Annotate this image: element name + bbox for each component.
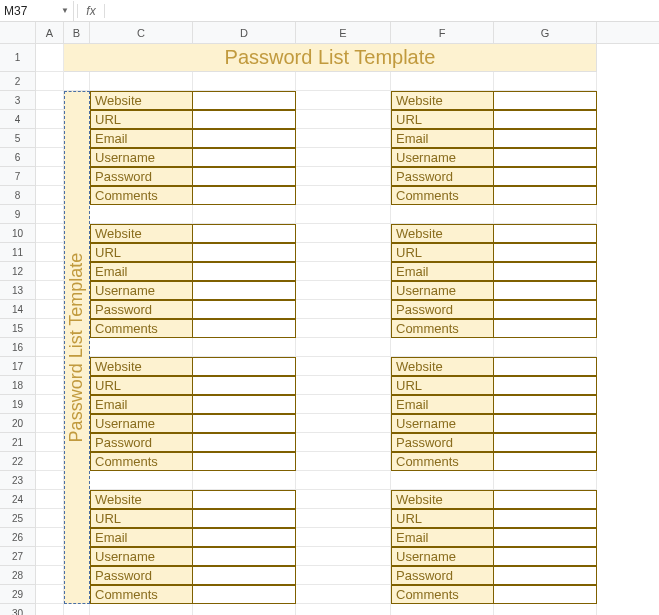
cell[interactable] <box>36 186 64 205</box>
cell[interactable] <box>494 338 597 357</box>
cell[interactable] <box>296 376 391 395</box>
field-value[interactable] <box>494 91 597 110</box>
cell[interactable] <box>391 72 494 91</box>
cell[interactable] <box>296 186 391 205</box>
field-value[interactable] <box>193 319 296 338</box>
field-value[interactable] <box>193 433 296 452</box>
field-label[interactable]: Website <box>90 357 193 376</box>
field-label[interactable]: Comments <box>391 452 494 471</box>
cell[interactable] <box>296 604 391 615</box>
row-header[interactable]: 20 <box>0 414 35 433</box>
row-header[interactable]: 13 <box>0 281 35 300</box>
row-header[interactable]: 17 <box>0 357 35 376</box>
row-header[interactable]: 30 <box>0 604 35 615</box>
cell[interactable] <box>296 110 391 129</box>
cell[interactable] <box>36 604 64 615</box>
cell[interactable] <box>296 91 391 110</box>
cell[interactable] <box>36 585 64 604</box>
row-header[interactable]: 24 <box>0 490 35 509</box>
cell[interactable] <box>36 72 64 91</box>
row-header[interactable]: 15 <box>0 319 35 338</box>
row-header[interactable]: 14 <box>0 300 35 319</box>
field-label[interactable]: Email <box>391 528 494 547</box>
field-label[interactable]: Password <box>90 433 193 452</box>
field-value[interactable] <box>494 129 597 148</box>
field-label[interactable]: Username <box>90 281 193 300</box>
row-header[interactable]: 1 <box>0 44 35 72</box>
field-value[interactable] <box>193 566 296 585</box>
field-label[interactable]: URL <box>391 243 494 262</box>
cell[interactable] <box>494 471 597 490</box>
field-value[interactable] <box>494 186 597 205</box>
row-header[interactable]: 5 <box>0 129 35 148</box>
field-label[interactable]: Username <box>391 414 494 433</box>
cell[interactable] <box>193 471 296 490</box>
field-label[interactable]: Comments <box>90 319 193 338</box>
cell[interactable] <box>36 319 64 338</box>
cell[interactable] <box>36 44 64 72</box>
cell[interactable] <box>296 167 391 186</box>
field-label[interactable]: URL <box>391 376 494 395</box>
field-value[interactable] <box>193 395 296 414</box>
field-value[interactable] <box>494 547 597 566</box>
row-header[interactable]: 2 <box>0 72 35 91</box>
field-label[interactable]: Password <box>90 300 193 319</box>
field-value[interactable] <box>494 167 597 186</box>
field-value[interactable] <box>193 281 296 300</box>
cell[interactable] <box>36 224 64 243</box>
cell[interactable] <box>64 72 90 91</box>
field-label[interactable]: Comments <box>391 585 494 604</box>
cell[interactable] <box>36 547 64 566</box>
cell[interactable] <box>193 604 296 615</box>
field-value[interactable] <box>494 281 597 300</box>
field-label[interactable]: Website <box>391 224 494 243</box>
field-label[interactable]: Website <box>391 490 494 509</box>
cell[interactable] <box>296 281 391 300</box>
field-label[interactable]: Website <box>90 91 193 110</box>
cell[interactable] <box>296 433 391 452</box>
field-label[interactable]: Comments <box>90 452 193 471</box>
field-value[interactable] <box>193 509 296 528</box>
cell[interactable] <box>296 319 391 338</box>
field-value[interactable] <box>193 528 296 547</box>
field-value[interactable] <box>193 91 296 110</box>
cell[interactable] <box>391 471 494 490</box>
field-label[interactable]: Email <box>90 395 193 414</box>
cell[interactable] <box>90 205 193 224</box>
field-label[interactable]: URL <box>391 110 494 129</box>
cell[interactable] <box>90 338 193 357</box>
row-header[interactable]: 9 <box>0 205 35 224</box>
field-value[interactable] <box>193 224 296 243</box>
cell[interactable] <box>36 243 64 262</box>
column-header[interactable]: C <box>90 22 193 43</box>
field-value[interactable] <box>193 148 296 167</box>
cell[interactable] <box>36 471 64 490</box>
field-label[interactable]: Website <box>391 91 494 110</box>
field-label[interactable]: Website <box>90 224 193 243</box>
cell[interactable] <box>90 604 193 615</box>
field-label[interactable]: Comments <box>90 585 193 604</box>
cell[interactable] <box>36 110 64 129</box>
cell[interactable] <box>391 604 494 615</box>
column-header[interactable]: D <box>193 22 296 43</box>
cell[interactable] <box>296 205 391 224</box>
cell[interactable] <box>296 509 391 528</box>
field-value[interactable] <box>193 414 296 433</box>
cell[interactable] <box>36 262 64 281</box>
field-value[interactable] <box>193 167 296 186</box>
cell[interactable] <box>36 509 64 528</box>
field-value[interactable] <box>494 376 597 395</box>
field-value[interactable] <box>494 433 597 452</box>
cell[interactable] <box>296 452 391 471</box>
field-label[interactable]: Email <box>391 262 494 281</box>
field-value[interactable] <box>494 224 597 243</box>
cell[interactable] <box>36 300 64 319</box>
field-value[interactable] <box>193 129 296 148</box>
field-label[interactable]: Website <box>391 357 494 376</box>
cell[interactable] <box>296 528 391 547</box>
cell[interactable] <box>64 604 90 615</box>
field-value[interactable] <box>494 566 597 585</box>
row-header[interactable]: 27 <box>0 547 35 566</box>
cell[interactable] <box>193 338 296 357</box>
cell[interactable] <box>193 72 296 91</box>
